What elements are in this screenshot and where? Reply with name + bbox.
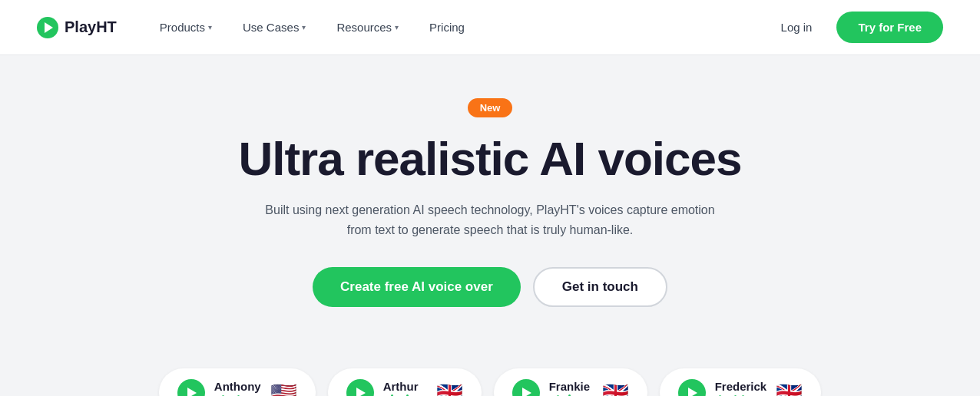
hero-section: New Ultra realistic AI voices Built usin… <box>0 55 980 368</box>
resources-chevron-icon: ▾ <box>395 23 399 31</box>
voice-flag: 🇬🇧 <box>436 381 463 396</box>
voice-name: Frankie <box>549 380 590 393</box>
voice-card: Arthur🇬🇧 <box>328 368 482 396</box>
voice-card: Frederick🇬🇧 <box>660 368 822 396</box>
nav-item-use-cases[interactable]: Use Cases▾ <box>230 15 318 40</box>
hero-title: Ultra realistic AI voices <box>238 133 741 185</box>
voice-name: Arthur <box>383 380 419 393</box>
voice-flag: 🇺🇸 <box>270 381 297 396</box>
play-arthur-button[interactable] <box>346 379 374 396</box>
play-frederick-button[interactable] <box>678 379 706 396</box>
create-voiceover-button[interactable]: Create free AI voice over <box>313 267 521 307</box>
try-for-free-button[interactable]: Try for Free <box>836 12 943 43</box>
voice-card: Frankie🇬🇧 <box>494 368 647 396</box>
nav-links: Products▾Use Cases▾Resources▾Pricing <box>147 15 769 40</box>
voice-name: Frederick <box>715 380 767 393</box>
nav-item-products[interactable]: Products▾ <box>147 15 224 40</box>
brand-name: PlayHT <box>65 18 117 36</box>
login-button[interactable]: Log in <box>769 15 825 40</box>
play-frankie-button[interactable] <box>512 379 540 396</box>
voice-flag: 🇬🇧 <box>602 381 629 396</box>
play-anthony-button[interactable] <box>177 379 205 396</box>
nav-actions: Log in Try for Free <box>769 12 943 43</box>
get-in-touch-button[interactable]: Get in touch <box>533 267 667 307</box>
new-badge: New <box>468 98 513 117</box>
logo-icon <box>37 17 58 38</box>
hero-subtitle: Built using next generation AI speech te… <box>260 200 720 239</box>
products-chevron-icon: ▾ <box>208 23 212 31</box>
nav-item-resources[interactable]: Resources▾ <box>324 15 411 40</box>
voice-cards-row: Anthony🇺🇸Arthur🇬🇧Frankie🇬🇧Frederick🇬🇧 <box>0 368 980 396</box>
use-cases-chevron-icon: ▾ <box>302 23 306 31</box>
nav-item-pricing[interactable]: Pricing <box>417 15 477 40</box>
voice-name: Anthony <box>214 380 261 393</box>
voice-card: Anthony🇺🇸 <box>159 368 316 396</box>
hero-actions: Create free AI voice over Get in touch <box>313 267 667 307</box>
voice-flag: 🇬🇧 <box>776 381 803 396</box>
navbar: PlayHT Products▾Use Cases▾Resources▾Pric… <box>0 0 980 55</box>
logo[interactable]: PlayHT <box>37 17 117 38</box>
